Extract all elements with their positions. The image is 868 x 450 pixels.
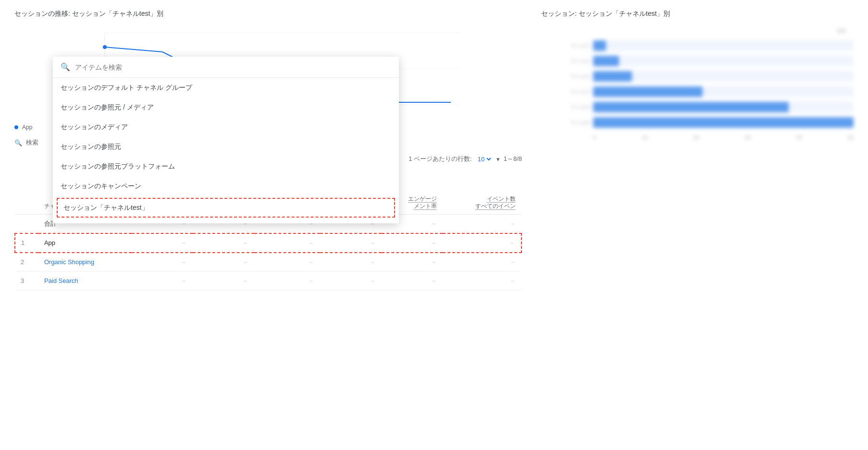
hbar-fill-2 [593, 56, 619, 66]
row1-col6: － [443, 233, 521, 253]
row3-num: 3 [15, 271, 38, 290]
x-axis-labels: 0 10 20 30 40 50 [541, 134, 854, 140]
chevron-down-icon: ▾ [496, 156, 500, 163]
pagination-range: 1～8/8 [504, 155, 522, 163]
row2-col1: － [132, 253, 193, 272]
hbar-label-6: ラベル6 [541, 119, 589, 126]
th-num [15, 169, 38, 214]
bar-chart-ymax: 500 [541, 28, 854, 34]
legend-dot-app [14, 125, 18, 129]
row3-col6: － [443, 271, 521, 290]
row3-channel[interactable]: Paid Search [38, 271, 132, 290]
dropdown-item-medium[interactable]: セッションのメディア [53, 117, 399, 137]
hbar-fill-1 [593, 40, 606, 51]
row1-col5: － [382, 233, 443, 253]
svg-point-4 [103, 45, 107, 49]
row1-col3: － [254, 233, 321, 253]
chart-area: 🔍 セッションのデフォルト チャネル グループ セッションの参照元 / メディア… [14, 28, 522, 114]
hbar-label-4: ラベル4 [541, 88, 589, 96]
hbar-fill-6 [593, 117, 854, 128]
search-bar-label: 検索 [26, 138, 38, 147]
hbar-row-3: ラベル3 [541, 71, 854, 82]
hbar-track-2 [593, 56, 854, 66]
dropdown-item-source-platform[interactable]: セッションの参照元プラットフォーム [53, 157, 399, 176]
th-all-events: イベント数すべてのイベン [443, 169, 521, 214]
dropdown-item-source-medium[interactable]: セッションの参照元 / メディア [53, 97, 399, 117]
x-label-10: 10 [642, 134, 647, 140]
row1-col2: － [193, 233, 254, 253]
hbar-row-1: ラベル1 [541, 40, 854, 51]
row2-col4: － [320, 253, 381, 272]
main-content: セッションの推移: セッション「チャネルtest」別 [0, 0, 868, 450]
row3-col2: － [193, 271, 254, 290]
hbar-track-4 [593, 86, 854, 97]
x-label-0: 0 [593, 134, 596, 140]
x-label-50: 50 [848, 134, 854, 140]
hbar-label-2: ラベル2 [541, 58, 589, 65]
row2-num: 2 [15, 253, 38, 272]
table-row-paid-search: 3 Paid Search － － － － － － [15, 271, 521, 290]
rows-per-page-select[interactable]: 10 25 50 [476, 155, 493, 163]
legend-label-app: App [22, 124, 32, 131]
hbar-track-1 [593, 40, 854, 51]
page-container: セッションの推移: セッション「チャネルtest」別 [0, 0, 868, 450]
left-section-title: セッションの推移: セッション「チャネルtest」別 [14, 10, 522, 18]
row1-num: 1 [15, 233, 38, 253]
left-panel: セッションの推移: セッション「チャネルtest」別 [14, 10, 522, 440]
dropdown-item-default-channel[interactable]: セッションのデフォルト チャネル グループ [53, 78, 399, 97]
row2-col3: － [254, 253, 321, 272]
x-label-30: 30 [744, 134, 750, 140]
hbar-fill-5 [593, 102, 789, 112]
dropdown-item-channel-test[interactable]: セッション「チャネルtest」 [57, 198, 395, 218]
table-row-organic-shopping: 2 Organic Shopping － － － － － － [15, 253, 521, 272]
total-col6: － [443, 214, 521, 233]
hbar-chart: ラベル1 ラベル2 ラベル3 [541, 36, 854, 133]
row2-col5: － [382, 253, 443, 272]
right-panel: セッション: セッション「チャネルtest」別 500 ラベル1 ラベル2 [541, 10, 854, 440]
hbar-row-5: ラベル5 [541, 102, 854, 112]
row2-col2: － [193, 253, 254, 272]
row3-col1: － [132, 271, 193, 290]
hbar-row-2: ラベル2 [541, 56, 854, 66]
dropdown-search-box[interactable]: 🔍 [53, 57, 399, 78]
dropdown-item-source[interactable]: セッションの参照元 [53, 137, 399, 157]
total-num [15, 214, 38, 233]
row1-col1: － [132, 233, 193, 253]
bar-chart-blurred: 500 ラベル1 ラベル2 [541, 28, 854, 140]
hbar-row-4: ラベル4 [541, 86, 854, 97]
hbar-label-3: ラベル3 [541, 73, 589, 80]
row1-channel[interactable]: App [38, 233, 132, 253]
hbar-track-3 [593, 71, 854, 82]
hbar-label-5: ラベル5 [541, 104, 589, 111]
row2-channel[interactable]: Organic Shopping [38, 253, 132, 272]
hbar-label-1: ラベル1 [541, 42, 589, 49]
search-bar-icon: 🔍 [14, 139, 22, 146]
row3-col3: － [254, 271, 321, 290]
row2-col6: － [443, 253, 521, 272]
hbar-row-6: ラベル6 [541, 117, 854, 128]
row3-col4: － [320, 271, 381, 290]
hbar-track-6 [593, 117, 854, 128]
dropdown-item-campaign[interactable]: セッションのキャンペーン [53, 176, 399, 196]
hbar-fill-3 [593, 71, 632, 82]
rows-per-page-label: 1 ページあたりの行数: 10 25 50 ▾ [409, 155, 499, 163]
dropdown-search-icon: 🔍 [61, 62, 70, 72]
dropdown-menu: 🔍 セッションのデフォルト チャネル グループ セッションの参照元 / メディア… [53, 57, 399, 223]
row3-col5: － [382, 271, 443, 290]
dropdown-search-input[interactable] [75, 63, 391, 71]
x-label-40: 40 [796, 134, 802, 140]
row1-col4: － [320, 233, 381, 253]
table-row-app: 1 App － － － － － － [15, 233, 521, 253]
hbar-track-5 [593, 102, 854, 112]
hbar-fill-4 [593, 86, 703, 97]
right-section-title: セッション: セッション「チャネルtest」別 [541, 10, 854, 18]
x-label-20: 20 [693, 134, 699, 140]
